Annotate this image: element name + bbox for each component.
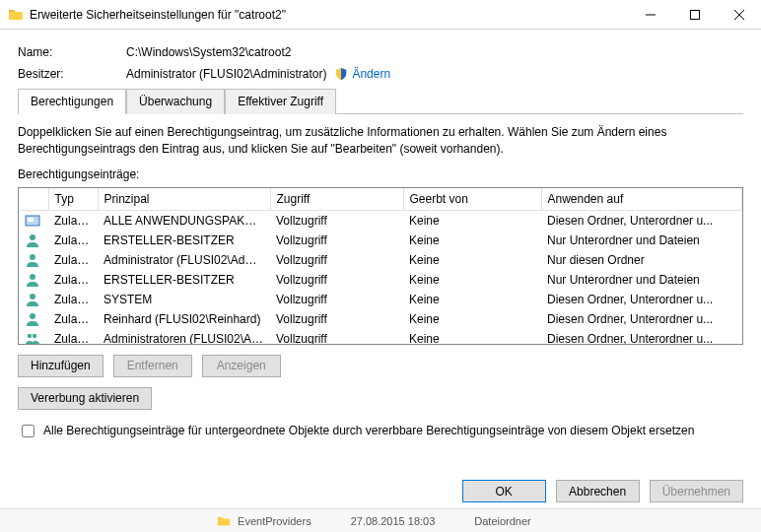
cell-type: Zulas...: [48, 210, 98, 231]
svg-point-7: [30, 313, 35, 319]
cell-inherited: Keine: [403, 270, 541, 290]
cell-principal: ERSTELLER-BESITZER: [98, 231, 270, 250]
tabs: Berechtigungen Überwachung Effektiver Zu…: [18, 89, 743, 114]
table-row[interactable]: Zulas...ERSTELLER-BESITZERVollzugriffKei…: [19, 231, 742, 250]
cell-applies: Nur Unterordner und Dateien: [541, 270, 742, 290]
apply-button[interactable]: Übernehmen: [650, 480, 743, 502]
group-icon: [25, 331, 40, 344]
bg-item-date: 27.08.2015 18:03: [351, 515, 436, 527]
cell-inherited: Keine: [403, 210, 541, 231]
cell-principal: SYSTEM: [98, 290, 270, 309]
cell-access: Vollzugriff: [270, 290, 403, 309]
cell-access: Vollzugriff: [270, 250, 403, 270]
cell-applies: Diesen Ordner, Unterordner u...: [541, 309, 742, 329]
user-icon: [25, 233, 40, 248]
cell-applies: Diesen Ordner, Unterordner u...: [541, 329, 742, 344]
user-icon: [25, 292, 40, 307]
cell-principal: ALLE ANWENDUNGSPAKETE: [98, 210, 270, 231]
cell-applies: Nur diesen Ordner: [541, 250, 742, 270]
col-access[interactable]: Zugriff: [270, 188, 403, 211]
table-row[interactable]: Zulas...SYSTEMVollzugriffKeineDiesen Ord…: [19, 290, 742, 309]
table-scroll[interactable]: Typ Prinzipal Zugriff Geerbt von Anwende…: [19, 188, 742, 344]
add-button[interactable]: Hinzufügen: [18, 355, 104, 377]
svg-point-9: [33, 333, 36, 337]
owner-label: Besitzer:: [18, 67, 126, 81]
view-button[interactable]: Anzeigen: [202, 355, 281, 377]
user-icon: [25, 252, 40, 268]
enable-inheritance-button[interactable]: Vererbung aktivieren: [18, 387, 152, 410]
cancel-button[interactable]: Abbrechen: [556, 480, 640, 502]
cell-type: Zulas...: [48, 329, 98, 344]
folder-icon: [8, 7, 24, 23]
name-value: C:\Windows\System32\catroot2: [126, 45, 291, 59]
cell-type: Zulas...: [48, 231, 98, 250]
permissions-table: Typ Prinzipal Zugriff Geerbt von Anwende…: [18, 187, 743, 345]
svg-point-4: [30, 254, 35, 260]
cell-access: Vollzugriff: [270, 231, 403, 250]
svg-rect-2: [28, 218, 34, 222]
description-text: Doppelklicken Sie auf einen Berechtigung…: [18, 124, 743, 158]
close-button[interactable]: [717, 0, 761, 30]
cell-principal: Administratoren (FLUSI02\Ad...: [98, 329, 270, 344]
cell-type: Zulas...: [48, 309, 98, 329]
table-row[interactable]: Zulas...ERSTELLER-BESITZERVollzugriffKei…: [19, 270, 742, 290]
col-principal[interactable]: Prinzipal: [98, 188, 270, 211]
col-inherited[interactable]: Geerbt von: [403, 188, 541, 211]
cell-applies: Nur Unterordner und Dateien: [541, 231, 742, 250]
tab-effective-access[interactable]: Effektiver Zugriff: [225, 89, 336, 114]
minimize-icon: [646, 10, 656, 20]
svg-point-6: [30, 294, 35, 299]
cell-access: Vollzugriff: [270, 309, 403, 329]
cell-inherited: Keine: [403, 250, 541, 270]
table-row[interactable]: Zulas...Administratoren (FLUSI02\Ad...Vo…: [19, 329, 742, 344]
col-icon-header[interactable]: [19, 188, 48, 211]
col-applies[interactable]: Anwenden auf: [541, 188, 742, 211]
table-row[interactable]: Zulas...Reinhard (FLUSI02\Reinhard)Vollz…: [19, 309, 742, 329]
package-icon: [25, 213, 40, 229]
folder-icon: [217, 514, 231, 528]
tab-permissions[interactable]: Berechtigungen: [18, 89, 126, 114]
user-icon: [25, 272, 40, 288]
cell-access: Vollzugriff: [270, 210, 403, 231]
cell-inherited: Keine: [403, 231, 541, 250]
replace-checkbox[interactable]: [22, 425, 35, 437]
owner-value: Administrator (FLUSI02\Administrator): [126, 67, 326, 81]
table-row[interactable]: Zulas...ALLE ANWENDUNGSPAKETEVollzugriff…: [19, 210, 742, 231]
remove-button[interactable]: Entfernen: [113, 355, 192, 377]
col-type[interactable]: Typ: [48, 188, 98, 211]
cell-type: Zulas...: [48, 270, 98, 290]
table-row[interactable]: Zulas...Administrator (FLUSI02\Adm...Vol…: [19, 250, 742, 270]
background-explorer-row: EventProviders 27.08.2015 18:03 Dateiord…: [0, 508, 761, 532]
cell-access: Vollzugriff: [270, 270, 403, 290]
svg-rect-0: [690, 10, 699, 19]
svg-point-3: [30, 234, 35, 240]
change-owner-link[interactable]: Ändern: [352, 67, 390, 81]
name-label: Name:: [18, 45, 126, 59]
replace-label: Alle Berechtigungseinträge für untergeor…: [43, 424, 694, 437]
user-icon: [25, 311, 40, 327]
cell-access: Vollzugriff: [270, 329, 403, 344]
cell-type: Zulas...: [48, 290, 98, 309]
cell-inherited: Keine: [403, 329, 541, 344]
entries-label: Berechtigungseinträge:: [18, 167, 743, 181]
cell-principal: ERSTELLER-BESITZER: [98, 270, 270, 290]
ok-button[interactable]: OK: [462, 480, 546, 502]
cell-inherited: Keine: [403, 290, 541, 309]
shield-icon: [334, 67, 348, 81]
bg-item-name: EventProviders: [238, 515, 311, 527]
cell-applies: Diesen Ordner, Unterordner u...: [541, 290, 742, 309]
minimize-button[interactable]: [628, 0, 672, 30]
maximize-button[interactable]: [672, 0, 717, 30]
cell-principal: Administrator (FLUSI02\Adm...: [98, 250, 270, 270]
svg-point-5: [30, 274, 35, 280]
cell-type: Zulas...: [48, 250, 98, 270]
cell-applies: Diesen Ordner, Unterordner u...: [541, 210, 742, 231]
cell-inherited: Keine: [403, 309, 541, 329]
tab-auditing[interactable]: Überwachung: [126, 89, 225, 114]
window-title: Erweiterte Sicherheitseinstellungen für …: [30, 8, 628, 22]
close-icon: [734, 10, 744, 20]
titlebar: Erweiterte Sicherheitseinstellungen für …: [0, 0, 761, 30]
maximize-icon: [690, 10, 700, 20]
svg-point-8: [28, 333, 32, 337]
bg-item-type: Dateiordner: [474, 515, 530, 527]
